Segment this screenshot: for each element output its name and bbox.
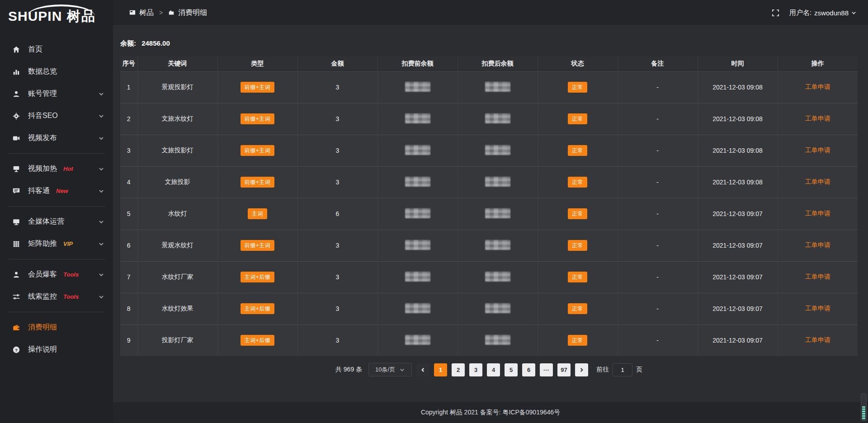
work-order-link[interactable]: 工单申请 <box>805 241 830 249</box>
sidebar-item-label: 消费明细 <box>28 323 57 332</box>
page-button-97[interactable]: 97 <box>557 363 571 376</box>
main-area: 树品 > 消费明细 用户名: zswodun88 <box>113 0 868 423</box>
status-badge: 正常 <box>568 177 587 188</box>
sidebar-item-会员爆客[interactable]: 会员爆客Tools <box>0 263 113 286</box>
masked-balance <box>485 335 510 345</box>
balance-display: 余额: 24856.00 <box>120 26 858 56</box>
sidebar-item-抖客通[interactable]: 抖客通New <box>0 180 113 202</box>
cell-keyword: 景观水纹灯 <box>137 230 217 261</box>
fullscreen-button[interactable] <box>772 9 779 17</box>
goto-page-input[interactable] <box>613 363 632 376</box>
masked-balance <box>485 303 510 313</box>
sidebar-item-数据总览[interactable]: 数据总览 <box>0 61 113 83</box>
cell-post-balance <box>458 230 538 261</box>
page-button-1[interactable]: 1 <box>434 363 447 376</box>
sidebar-item-badge: Tools <box>63 293 79 300</box>
work-order-link[interactable]: 工单申请 <box>805 178 830 185</box>
cell-index: 6 <box>120 230 137 261</box>
pagination-total: 共 969 条 <box>335 366 362 374</box>
sidebar-item-视频发布[interactable]: 视频发布 <box>0 127 113 149</box>
cell-pre-balance <box>377 135 458 166</box>
cell-status: 正常 <box>538 198 618 230</box>
cell-status: 正常 <box>538 293 618 324</box>
cell-amount: 3 <box>297 324 377 356</box>
masked-balance <box>405 303 430 313</box>
cell-keyword: 水纹灯厂家 <box>137 261 217 293</box>
cell-type: 前缀+主词 <box>217 103 297 135</box>
type-badge: 前缀+主词 <box>241 145 275 156</box>
scrollbar-thumb[interactable] <box>862 406 865 420</box>
page-button-6[interactable]: 6 <box>522 363 535 376</box>
page-button-5[interactable]: 5 <box>505 363 518 376</box>
goto-page: 前往 页 <box>596 363 642 376</box>
sidebar-item-账号管理[interactable]: 账号管理 <box>0 83 113 105</box>
wallet-icon <box>12 323 21 332</box>
sidebar-item-全媒体运营[interactable]: 全媒体运营 <box>0 211 113 233</box>
sidebar-item-消费明细[interactable]: 消费明细 <box>0 316 113 338</box>
breadcrumb-item-home[interactable]: 树品 <box>139 8 154 18</box>
chevron-left-icon <box>420 367 425 372</box>
work-order-link[interactable]: 工单申请 <box>805 83 830 90</box>
table-row: 9投影灯厂家主词+后缀3正常-2021-12-03 09:07工单申请 <box>120 324 858 356</box>
type-badge: 主词+后缀 <box>241 303 275 314</box>
cell-index: 1 <box>120 71 137 103</box>
cell-time: 2021-12-03 09:07 <box>698 324 778 356</box>
page-button-3[interactable]: 3 <box>469 363 482 376</box>
sidebar-item-抖音SEO[interactable]: 抖音SEO <box>0 105 113 127</box>
work-order-link[interactable]: 工单申请 <box>805 210 830 217</box>
sidebar-item-label: 操作说明 <box>28 345 57 354</box>
work-order-link[interactable]: 工单申请 <box>805 336 830 343</box>
prev-page-button[interactable] <box>416 363 429 376</box>
masked-balance <box>485 208 510 218</box>
sidebar-item-label: 视频加热 <box>28 164 57 174</box>
table-row: 8水纹灯效果主词+后缀3正常-2021-12-03 09:07工单申请 <box>120 293 858 324</box>
chevron-down-icon <box>99 91 104 97</box>
breadcrumb-item-current: 消费明细 <box>178 8 207 18</box>
masked-balance <box>485 82 510 92</box>
cell-keyword: 水纹灯 <box>137 198 217 230</box>
scrollbar[interactable] <box>861 393 867 421</box>
sidebar-item-操作说明[interactable]: ?操作说明 <box>0 338 113 361</box>
status-badge: 正常 <box>568 272 587 282</box>
cell-type: 主词+后缀 <box>217 324 297 356</box>
work-order-link[interactable]: 工单申请 <box>805 146 830 154</box>
chat-icon <box>12 187 21 196</box>
chevron-down-icon <box>99 219 104 225</box>
cell-time: 2021-12-03 09:07 <box>698 293 778 324</box>
sidebar-item-首页[interactable]: 首页 <box>0 38 113 61</box>
page-ellipsis-button[interactable]: ··· <box>540 363 553 376</box>
cell-action: 工单申请 <box>778 261 858 293</box>
cell-remark: - <box>618 166 698 198</box>
work-order-link[interactable]: 工单申请 <box>805 305 830 312</box>
work-order-link[interactable]: 工单申请 <box>805 273 830 280</box>
topbar-right: 用户名: zswodun88 <box>772 9 856 17</box>
table-body: 1景观投影灯前缀+主词3正常-2021-12-03 09:08工单申请2文旅水纹… <box>120 71 858 356</box>
cell-time: 2021-12-03 09:07 <box>698 230 778 261</box>
next-page-button[interactable] <box>575 363 588 376</box>
sidebar-item-视频加热[interactable]: 视频加热Hot <box>0 158 113 180</box>
table-row: 5水纹灯主词6正常-2021-12-03 09:07工单申请 <box>120 198 858 230</box>
app-root: SHUPIN 树品 首页数据总览账号管理抖音SEO视频发布视频加热Hot抖客通N… <box>0 0 868 423</box>
work-order-link[interactable]: 工单申请 <box>805 115 830 122</box>
topbar: 树品 > 消费明细 用户名: zswodun88 <box>113 0 868 26</box>
cell-post-balance <box>458 103 538 135</box>
column-header-时间: 时间 <box>698 56 778 71</box>
cell-pre-balance <box>377 230 458 261</box>
page-size-value: 10条/页 <box>375 366 395 374</box>
cell-remark: - <box>618 71 698 103</box>
cell-amount: 3 <box>297 293 377 324</box>
cell-time: 2021-12-03 09:07 <box>698 198 778 230</box>
balance-label: 余额: <box>120 39 136 47</box>
sidebar-item-label: 视频发布 <box>28 133 57 143</box>
user-menu[interactable]: 用户名: zswodun88 <box>789 9 856 17</box>
cell-amount: 3 <box>297 103 377 135</box>
masked-balance <box>405 208 430 218</box>
page-size-select[interactable]: 10条/页 <box>368 363 412 376</box>
sidebar-item-矩阵助推[interactable]: 矩阵助推VIP <box>0 233 113 255</box>
status-badge: 正常 <box>568 113 587 124</box>
username-label: 用户名: <box>789 9 811 17</box>
masked-balance <box>405 272 430 282</box>
sidebar-item-线索监控[interactable]: 线索监控Tools <box>0 286 113 308</box>
page-button-2[interactable]: 2 <box>452 363 465 376</box>
page-button-4[interactable]: 4 <box>487 363 500 376</box>
